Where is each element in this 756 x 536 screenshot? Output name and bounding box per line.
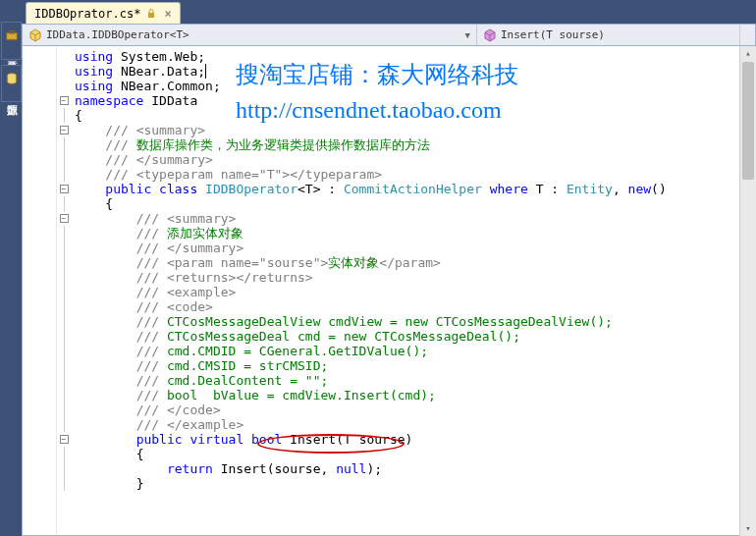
code-area[interactable]: using System.Web; using NBear.Data; usin… (57, 46, 755, 535)
chevron-down-icon: ▼ (465, 30, 470, 40)
fold-toggle[interactable]: − (60, 214, 69, 223)
file-tab[interactable]: IDDBOprator.cs* × (26, 2, 181, 24)
database-icon (5, 72, 19, 85)
tab-close-button[interactable]: × (164, 7, 171, 21)
method-icon (483, 28, 497, 42)
vertical-scrollbar[interactable]: ▴ ▾ (739, 46, 756, 536)
document-tab-bar: IDDBOprator.cs* × (22, 0, 756, 24)
scroll-up-arrow[interactable]: ▴ (740, 46, 756, 61)
fold-toggle[interactable]: − (60, 185, 69, 193)
file-tab-name: IDDBOprator.cs* (34, 7, 140, 21)
scroll-down-arrow[interactable]: ▾ (740, 521, 756, 536)
type-dropdown[interactable]: IDData.IDDBOperator<T> ▼ (23, 25, 477, 45)
class-icon (28, 28, 42, 42)
fold-margin: − − − − − (57, 46, 71, 535)
scroll-thumb[interactable] (742, 62, 754, 180)
split-handle[interactable] (739, 24, 756, 46)
left-sidebar: 工具箱 数据源 (0, 0, 22, 536)
sidebar-tab-toolbox[interactable]: 工具箱 (1, 22, 22, 60)
member-dropdown-text: Insert(T sourse) (501, 28, 739, 41)
gutter (23, 46, 57, 535)
ide-frame: 工具箱 数据源 IDDBOprator.cs* × IDData.IDDBOpe… (0, 0, 756, 536)
sidebar-tab-datasource[interactable]: 数据源 (1, 65, 22, 103)
lock-icon (146, 9, 156, 19)
fold-toggle[interactable]: − (60, 435, 69, 444)
member-nav-bar: IDData.IDDBOperator<T> ▼ Insert(T sourse… (22, 24, 756, 46)
fold-toggle[interactable]: − (60, 96, 69, 105)
fold-toggle[interactable]: − (60, 126, 69, 134)
toolbox-icon (5, 28, 19, 42)
type-dropdown-text: IDData.IDDBOperator<T> (46, 28, 461, 41)
code-editor[interactable]: − − − − − using System.Web; using NBear.… (22, 46, 756, 536)
svg-rect-3 (148, 13, 154, 18)
member-dropdown[interactable]: Insert(T sourse) ▼ (477, 25, 755, 45)
